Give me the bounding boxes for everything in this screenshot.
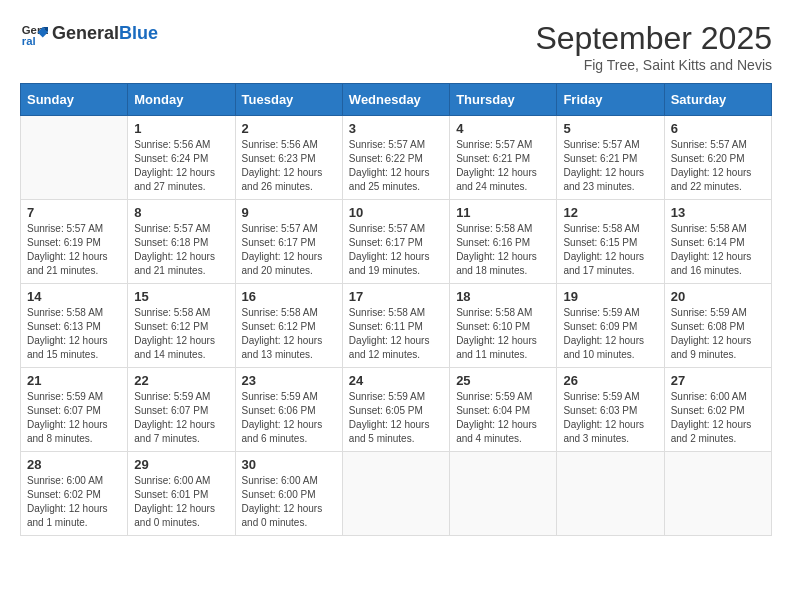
table-row xyxy=(664,452,771,536)
day-number: 10 xyxy=(349,205,443,220)
day-info: Sunrise: 5:57 AM Sunset: 6:21 PM Dayligh… xyxy=(456,138,550,194)
day-number: 16 xyxy=(242,289,336,304)
day-info: Sunrise: 5:57 AM Sunset: 6:17 PM Dayligh… xyxy=(242,222,336,278)
table-row: 19Sunrise: 5:59 AM Sunset: 6:09 PM Dayli… xyxy=(557,284,664,368)
day-number: 25 xyxy=(456,373,550,388)
calendar-week-row: 7Sunrise: 5:57 AM Sunset: 6:19 PM Daylig… xyxy=(21,200,772,284)
day-info: Sunrise: 5:58 AM Sunset: 6:12 PM Dayligh… xyxy=(242,306,336,362)
day-number: 14 xyxy=(27,289,121,304)
table-row: 13Sunrise: 5:58 AM Sunset: 6:14 PM Dayli… xyxy=(664,200,771,284)
day-number: 1 xyxy=(134,121,228,136)
day-number: 9 xyxy=(242,205,336,220)
day-number: 7 xyxy=(27,205,121,220)
table-row: 22Sunrise: 5:59 AM Sunset: 6:07 PM Dayli… xyxy=(128,368,235,452)
table-row: 2Sunrise: 5:56 AM Sunset: 6:23 PM Daylig… xyxy=(235,116,342,200)
day-info: Sunrise: 5:59 AM Sunset: 6:05 PM Dayligh… xyxy=(349,390,443,446)
day-info: Sunrise: 6:00 AM Sunset: 6:02 PM Dayligh… xyxy=(671,390,765,446)
day-number: 30 xyxy=(242,457,336,472)
day-number: 28 xyxy=(27,457,121,472)
day-info: Sunrise: 5:58 AM Sunset: 6:12 PM Dayligh… xyxy=(134,306,228,362)
day-info: Sunrise: 5:59 AM Sunset: 6:09 PM Dayligh… xyxy=(563,306,657,362)
day-info: Sunrise: 6:00 AM Sunset: 6:00 PM Dayligh… xyxy=(242,474,336,530)
table-row xyxy=(450,452,557,536)
table-row: 25Sunrise: 5:59 AM Sunset: 6:04 PM Dayli… xyxy=(450,368,557,452)
table-row: 29Sunrise: 6:00 AM Sunset: 6:01 PM Dayli… xyxy=(128,452,235,536)
day-info: Sunrise: 5:58 AM Sunset: 6:15 PM Dayligh… xyxy=(563,222,657,278)
day-info: Sunrise: 5:57 AM Sunset: 6:21 PM Dayligh… xyxy=(563,138,657,194)
table-row xyxy=(21,116,128,200)
table-row: 8Sunrise: 5:57 AM Sunset: 6:18 PM Daylig… xyxy=(128,200,235,284)
table-row: 18Sunrise: 5:58 AM Sunset: 6:10 PM Dayli… xyxy=(450,284,557,368)
table-row: 28Sunrise: 6:00 AM Sunset: 6:02 PM Dayli… xyxy=(21,452,128,536)
table-row: 30Sunrise: 6:00 AM Sunset: 6:00 PM Dayli… xyxy=(235,452,342,536)
month-title: September 2025 xyxy=(535,20,772,57)
table-row: 14Sunrise: 5:58 AM Sunset: 6:13 PM Dayli… xyxy=(21,284,128,368)
day-info: Sunrise: 5:57 AM Sunset: 6:22 PM Dayligh… xyxy=(349,138,443,194)
table-row: 15Sunrise: 5:58 AM Sunset: 6:12 PM Dayli… xyxy=(128,284,235,368)
day-info: Sunrise: 5:58 AM Sunset: 6:10 PM Dayligh… xyxy=(456,306,550,362)
calendar-week-row: 21Sunrise: 5:59 AM Sunset: 6:07 PM Dayli… xyxy=(21,368,772,452)
day-info: Sunrise: 5:58 AM Sunset: 6:14 PM Dayligh… xyxy=(671,222,765,278)
table-row: 24Sunrise: 5:59 AM Sunset: 6:05 PM Dayli… xyxy=(342,368,449,452)
table-row: 6Sunrise: 5:57 AM Sunset: 6:20 PM Daylig… xyxy=(664,116,771,200)
day-number: 27 xyxy=(671,373,765,388)
table-row: 21Sunrise: 5:59 AM Sunset: 6:07 PM Dayli… xyxy=(21,368,128,452)
day-number: 17 xyxy=(349,289,443,304)
day-info: Sunrise: 5:58 AM Sunset: 6:13 PM Dayligh… xyxy=(27,306,121,362)
day-number: 2 xyxy=(242,121,336,136)
calendar-header-row: Sunday Monday Tuesday Wednesday Thursday… xyxy=(21,84,772,116)
day-number: 23 xyxy=(242,373,336,388)
day-number: 22 xyxy=(134,373,228,388)
day-number: 24 xyxy=(349,373,443,388)
col-friday: Friday xyxy=(557,84,664,116)
day-number: 15 xyxy=(134,289,228,304)
day-number: 12 xyxy=(563,205,657,220)
day-number: 29 xyxy=(134,457,228,472)
table-row: 12Sunrise: 5:58 AM Sunset: 6:15 PM Dayli… xyxy=(557,200,664,284)
day-info: Sunrise: 5:57 AM Sunset: 6:20 PM Dayligh… xyxy=(671,138,765,194)
day-number: 5 xyxy=(563,121,657,136)
day-info: Sunrise: 5:59 AM Sunset: 6:03 PM Dayligh… xyxy=(563,390,657,446)
table-row: 27Sunrise: 6:00 AM Sunset: 6:02 PM Dayli… xyxy=(664,368,771,452)
table-row: 1Sunrise: 5:56 AM Sunset: 6:24 PM Daylig… xyxy=(128,116,235,200)
day-info: Sunrise: 5:59 AM Sunset: 6:07 PM Dayligh… xyxy=(27,390,121,446)
logo: Gene ral GeneralBlue xyxy=(20,20,158,48)
day-number: 18 xyxy=(456,289,550,304)
day-number: 21 xyxy=(27,373,121,388)
day-info: Sunrise: 5:59 AM Sunset: 6:04 PM Dayligh… xyxy=(456,390,550,446)
col-monday: Monday xyxy=(128,84,235,116)
table-row: 20Sunrise: 5:59 AM Sunset: 6:08 PM Dayli… xyxy=(664,284,771,368)
table-row xyxy=(342,452,449,536)
day-info: Sunrise: 5:57 AM Sunset: 6:18 PM Dayligh… xyxy=(134,222,228,278)
col-tuesday: Tuesday xyxy=(235,84,342,116)
day-info: Sunrise: 5:57 AM Sunset: 6:19 PM Dayligh… xyxy=(27,222,121,278)
day-number: 8 xyxy=(134,205,228,220)
table-row: 10Sunrise: 5:57 AM Sunset: 6:17 PM Dayli… xyxy=(342,200,449,284)
table-row: 26Sunrise: 5:59 AM Sunset: 6:03 PM Dayli… xyxy=(557,368,664,452)
day-info: Sunrise: 5:58 AM Sunset: 6:11 PM Dayligh… xyxy=(349,306,443,362)
day-number: 13 xyxy=(671,205,765,220)
calendar-table: Sunday Monday Tuesday Wednesday Thursday… xyxy=(20,83,772,536)
day-number: 3 xyxy=(349,121,443,136)
calendar-week-row: 1Sunrise: 5:56 AM Sunset: 6:24 PM Daylig… xyxy=(21,116,772,200)
col-wednesday: Wednesday xyxy=(342,84,449,116)
day-info: Sunrise: 5:59 AM Sunset: 6:08 PM Dayligh… xyxy=(671,306,765,362)
day-number: 19 xyxy=(563,289,657,304)
table-row: 11Sunrise: 5:58 AM Sunset: 6:16 PM Dayli… xyxy=(450,200,557,284)
logo-icon: Gene ral xyxy=(20,20,48,48)
col-sunday: Sunday xyxy=(21,84,128,116)
day-number: 4 xyxy=(456,121,550,136)
day-info: Sunrise: 5:56 AM Sunset: 6:24 PM Dayligh… xyxy=(134,138,228,194)
day-info: Sunrise: 5:59 AM Sunset: 6:07 PM Dayligh… xyxy=(134,390,228,446)
day-number: 20 xyxy=(671,289,765,304)
col-thursday: Thursday xyxy=(450,84,557,116)
table-row: 4Sunrise: 5:57 AM Sunset: 6:21 PM Daylig… xyxy=(450,116,557,200)
page-header: Gene ral GeneralBlue September 2025 Fig … xyxy=(20,20,772,73)
day-info: Sunrise: 5:57 AM Sunset: 6:17 PM Dayligh… xyxy=(349,222,443,278)
calendar-week-row: 14Sunrise: 5:58 AM Sunset: 6:13 PM Dayli… xyxy=(21,284,772,368)
table-row: 5Sunrise: 5:57 AM Sunset: 6:21 PM Daylig… xyxy=(557,116,664,200)
title-section: September 2025 Fig Tree, Saint Kitts and… xyxy=(535,20,772,73)
day-number: 26 xyxy=(563,373,657,388)
table-row: 9Sunrise: 5:57 AM Sunset: 6:17 PM Daylig… xyxy=(235,200,342,284)
calendar-week-row: 28Sunrise: 6:00 AM Sunset: 6:02 PM Dayli… xyxy=(21,452,772,536)
